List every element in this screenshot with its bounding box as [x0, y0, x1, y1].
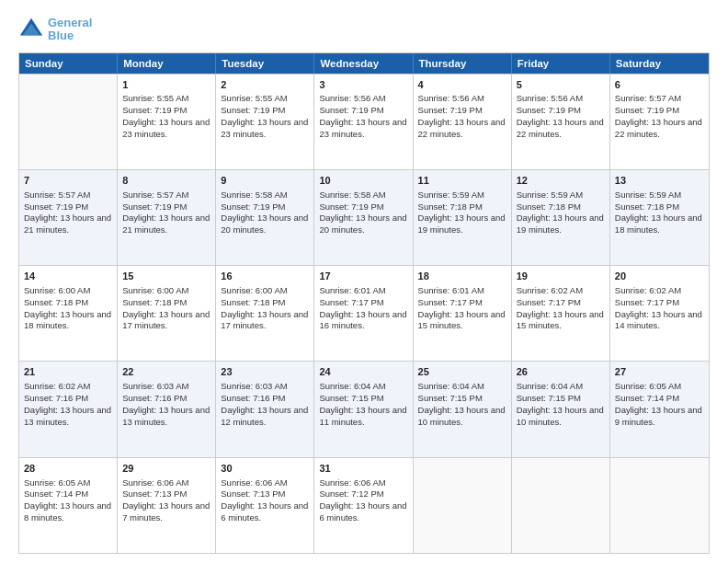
- sunset-text: Sunset: 7:15 PM: [517, 393, 581, 403]
- sunrise-text: Sunrise: 6:03 AM: [122, 381, 188, 391]
- daylight-text: Daylight: 13 hours and 23 minutes.: [221, 117, 308, 139]
- daylight-text: Daylight: 13 hours and 10 minutes.: [517, 405, 604, 427]
- calendar-day-24: 24Sunrise: 6:04 AMSunset: 7:15 PMDayligh…: [314, 362, 413, 456]
- day-number: 30: [221, 462, 309, 476]
- sunset-text: Sunset: 7:17 PM: [517, 297, 581, 307]
- calendar-header-tuesday: Tuesday: [216, 53, 314, 74]
- daylight-text: Daylight: 13 hours and 6 minutes.: [221, 500, 308, 523]
- calendar-day-15: 15Sunrise: 6:00 AMSunset: 7:18 PMDayligh…: [118, 266, 216, 361]
- sunset-text: Sunset: 7:19 PM: [319, 105, 383, 115]
- daylight-text: Daylight: 13 hours and 9 minutes.: [615, 405, 702, 427]
- day-number: 31: [319, 462, 407, 476]
- sunrise-text: Sunrise: 5:55 AM: [221, 93, 287, 103]
- sunset-text: Sunset: 7:19 PM: [517, 105, 581, 115]
- daylight-text: Daylight: 13 hours and 22 minutes.: [615, 117, 702, 139]
- calendar-day-30: 30Sunrise: 6:06 AMSunset: 7:13 PMDayligh…: [216, 458, 314, 553]
- sunrise-text: Sunrise: 6:06 AM: [122, 477, 188, 488]
- daylight-text: Daylight: 13 hours and 21 minutes.: [24, 213, 111, 235]
- page: General Blue SundayMondayTuesdayWednesda…: [0, 0, 728, 563]
- logo: General Blue: [18, 17, 92, 43]
- calendar-day-20: 20Sunrise: 6:02 AMSunset: 7:17 PMDayligh…: [610, 266, 709, 361]
- daylight-text: Daylight: 13 hours and 17 minutes.: [221, 309, 308, 331]
- sunrise-text: Sunrise: 6:00 AM: [122, 285, 188, 295]
- sunset-text: Sunset: 7:19 PM: [418, 105, 483, 115]
- sunset-text: Sunset: 7:19 PM: [122, 201, 187, 212]
- calendar-day-16: 16Sunrise: 6:00 AMSunset: 7:18 PMDayligh…: [216, 266, 314, 361]
- daylight-text: Daylight: 13 hours and 12 minutes.: [221, 405, 308, 427]
- sunrise-text: Sunrise: 6:05 AM: [615, 381, 681, 391]
- sunset-text: Sunset: 7:13 PM: [122, 488, 187, 499]
- day-number: 27: [615, 365, 704, 379]
- calendar-day-10: 10Sunrise: 5:58 AMSunset: 7:19 PMDayligh…: [314, 170, 413, 265]
- calendar-day-28: 28Sunrise: 6:05 AMSunset: 7:14 PMDayligh…: [19, 458, 118, 553]
- daylight-text: Daylight: 13 hours and 15 minutes.: [418, 309, 506, 331]
- day-number: 20: [615, 270, 704, 283]
- calendar-empty-cell: [512, 458, 610, 553]
- daylight-text: Daylight: 13 hours and 23 minutes.: [319, 117, 406, 139]
- day-number: 12: [517, 174, 605, 188]
- calendar-day-13: 13Sunrise: 5:59 AMSunset: 7:18 PMDayligh…: [610, 170, 709, 265]
- day-number: 25: [418, 365, 506, 379]
- header: General Blue: [18, 17, 710, 43]
- day-number: 24: [319, 365, 407, 379]
- sunset-text: Sunset: 7:16 PM: [122, 393, 187, 403]
- daylight-text: Daylight: 13 hours and 21 minutes.: [122, 213, 210, 235]
- daylight-text: Daylight: 13 hours and 13 minutes.: [122, 405, 210, 427]
- sunrise-text: Sunrise: 5:56 AM: [517, 93, 583, 103]
- sunrise-text: Sunrise: 5:57 AM: [615, 93, 681, 103]
- sunset-text: Sunset: 7:15 PM: [319, 393, 383, 403]
- logo-icon: [18, 17, 44, 42]
- calendar-week-4: 21Sunrise: 6:02 AMSunset: 7:16 PMDayligh…: [19, 361, 709, 456]
- calendar-day-12: 12Sunrise: 5:59 AMSunset: 7:18 PMDayligh…: [512, 170, 610, 265]
- calendar-day-5: 5Sunrise: 5:56 AMSunset: 7:19 PMDaylight…: [512, 75, 610, 169]
- sunrise-text: Sunrise: 5:57 AM: [122, 190, 188, 200]
- sunrise-text: Sunrise: 5:58 AM: [221, 190, 287, 200]
- sunrise-text: Sunrise: 6:02 AM: [615, 285, 681, 295]
- sunset-text: Sunset: 7:18 PM: [517, 201, 581, 212]
- sunset-text: Sunset: 7:17 PM: [319, 297, 383, 307]
- calendar-day-8: 8Sunrise: 5:57 AMSunset: 7:19 PMDaylight…: [118, 170, 216, 265]
- day-number: 14: [24, 270, 112, 283]
- daylight-text: Daylight: 13 hours and 20 minutes.: [221, 213, 308, 235]
- daylight-text: Daylight: 13 hours and 18 minutes.: [615, 213, 702, 235]
- sunrise-text: Sunrise: 5:59 AM: [615, 190, 681, 200]
- sunrise-text: Sunrise: 5:57 AM: [24, 190, 90, 200]
- calendar-day-1: 1Sunrise: 5:55 AMSunset: 7:19 PMDaylight…: [118, 75, 216, 169]
- sunrise-text: Sunrise: 6:02 AM: [517, 285, 583, 295]
- day-number: 11: [418, 174, 506, 188]
- daylight-text: Daylight: 13 hours and 18 minutes.: [24, 309, 111, 331]
- calendar-day-29: 29Sunrise: 6:06 AMSunset: 7:13 PMDayligh…: [118, 458, 216, 553]
- calendar-day-18: 18Sunrise: 6:01 AMSunset: 7:17 PMDayligh…: [414, 266, 512, 361]
- calendar-day-2: 2Sunrise: 5:55 AMSunset: 7:19 PMDaylight…: [216, 75, 314, 169]
- sunrise-text: Sunrise: 6:05 AM: [24, 477, 90, 488]
- sunrise-text: Sunrise: 5:56 AM: [319, 93, 385, 103]
- sunset-text: Sunset: 7:19 PM: [221, 105, 285, 115]
- day-number: 6: [615, 78, 704, 92]
- sunrise-text: Sunrise: 6:02 AM: [24, 381, 90, 391]
- calendar-header-saturday: Saturday: [610, 53, 709, 74]
- day-number: 13: [615, 174, 704, 188]
- calendar-body: 1Sunrise: 5:55 AMSunset: 7:19 PMDaylight…: [19, 74, 709, 553]
- daylight-text: Daylight: 13 hours and 10 minutes.: [418, 405, 506, 427]
- calendar-day-17: 17Sunrise: 6:01 AMSunset: 7:17 PMDayligh…: [314, 266, 413, 361]
- sunset-text: Sunset: 7:16 PM: [221, 393, 285, 403]
- sunset-text: Sunset: 7:13 PM: [221, 488, 285, 499]
- calendar-day-22: 22Sunrise: 6:03 AMSunset: 7:16 PMDayligh…: [118, 362, 216, 456]
- day-number: 2: [221, 78, 309, 92]
- day-number: 19: [517, 270, 605, 283]
- sunset-text: Sunset: 7:18 PM: [221, 297, 285, 307]
- daylight-text: Daylight: 13 hours and 7 minutes.: [122, 500, 210, 523]
- logo-text: General Blue: [48, 17, 92, 43]
- sunset-text: Sunset: 7:12 PM: [319, 488, 383, 499]
- calendar-day-14: 14Sunrise: 6:00 AMSunset: 7:18 PMDayligh…: [19, 266, 118, 361]
- calendar-day-6: 6Sunrise: 5:57 AMSunset: 7:19 PMDaylight…: [610, 75, 709, 169]
- calendar: SundayMondayTuesdayWednesdayThursdayFrid…: [18, 52, 710, 554]
- daylight-text: Daylight: 13 hours and 17 minutes.: [122, 309, 210, 331]
- daylight-text: Daylight: 13 hours and 19 minutes.: [418, 213, 506, 235]
- day-number: 22: [122, 365, 210, 379]
- sunrise-text: Sunrise: 5:59 AM: [517, 190, 583, 200]
- calendar-day-31: 31Sunrise: 6:06 AMSunset: 7:12 PMDayligh…: [314, 458, 413, 553]
- daylight-text: Daylight: 13 hours and 8 minutes.: [24, 500, 111, 523]
- daylight-text: Daylight: 13 hours and 13 minutes.: [24, 405, 111, 427]
- sunset-text: Sunset: 7:16 PM: [24, 393, 88, 403]
